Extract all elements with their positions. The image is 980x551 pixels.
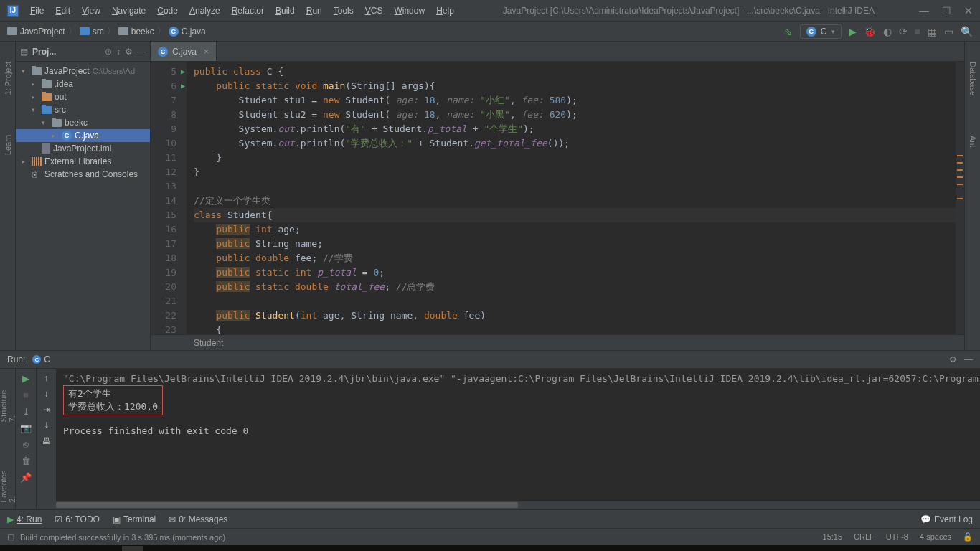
breadcrumb-item[interactable]: CC.java: [169, 27, 206, 37]
profile-button[interactable]: ⟳: [899, 26, 908, 37]
menu-file[interactable]: File: [26, 3, 48, 19]
line-separator[interactable]: CRLF: [854, 532, 875, 542]
expand-all-icon[interactable]: ↕: [116, 47, 121, 57]
down-button[interactable]: ↓: [44, 389, 49, 399]
editor-gutter[interactable]: ▶5▶67891011121314151617181920212223: [151, 62, 187, 334]
close-tab-icon[interactable]: ×: [204, 47, 209, 57]
editor-tabs: C C.java ×: [151, 42, 964, 62]
editor-content[interactable]: ▶5▶67891011121314151617181920212223 publ…: [151, 62, 964, 334]
task-intellij[interactable]: IJ: [122, 546, 143, 551]
nav-icon-2[interactable]: ▭: [944, 26, 953, 37]
cursor-position[interactable]: 15:15: [823, 532, 843, 542]
menu-refactor[interactable]: Refactor: [227, 3, 268, 19]
editor-breadcrumb[interactable]: Student: [151, 334, 964, 350]
console-command: "C:\Program Files\JetBrains\IntelliJ IDE…: [63, 373, 973, 384]
close-button[interactable]: ✕: [964, 5, 973, 17]
tool-button[interactable]: Database: [967, 56, 979, 101]
run-button[interactable]: ▶: [849, 26, 857, 37]
code-area[interactable]: public class C { public static void main…: [187, 62, 956, 334]
rerun-button[interactable]: ▶: [22, 373, 29, 384]
gear-icon[interactable]: ⚙: [949, 354, 957, 364]
menu-edit[interactable]: Edit: [51, 3, 75, 19]
tool-button[interactable]: 1: Project: [2, 56, 14, 100]
select-opened-file-icon[interactable]: ⊕: [105, 47, 112, 57]
coverage-button[interactable]: ◐: [883, 26, 892, 37]
stop-button[interactable]: ■: [23, 390, 29, 400]
minimize-button[interactable]: —: [919, 5, 929, 17]
editor-tab-label: C.java: [172, 47, 197, 57]
run-tab[interactable]: ▶4: Run: [7, 514, 42, 524]
attach-button[interactable]: ⤓: [22, 406, 30, 417]
hide-panel-icon[interactable]: —: [964, 354, 973, 364]
gear-icon[interactable]: ⚙: [125, 47, 133, 57]
nav-icon-1[interactable]: ▦: [928, 26, 937, 37]
indent-setting[interactable]: 4 spaces: [920, 532, 951, 542]
task-explorer[interactable]: 📁: [99, 546, 121, 551]
debug-button[interactable]: 🐞: [864, 26, 876, 37]
structure-tool-button[interactable]: 7: Structure: [0, 376, 18, 428]
build-icon[interactable]: ⇘: [784, 26, 793, 37]
task-item[interactable]: ◐: [145, 546, 166, 551]
dump-button[interactable]: 📷: [20, 423, 32, 433]
tree-item[interactable]: ▸CC.java: [16, 129, 150, 142]
menu-help[interactable]: Help: [432, 3, 458, 19]
tree-item[interactable]: ▸External Libraries: [16, 155, 150, 168]
project-view-icon[interactable]: ▤: [20, 47, 28, 57]
tree-item[interactable]: JavaProject.iml: [16, 142, 150, 155]
run-config-select[interactable]: C C ▾: [800, 24, 842, 39]
console-line: 有2个学生: [68, 387, 158, 400]
todo-tab[interactable]: ☑6: TODO: [55, 514, 100, 524]
stop-button[interactable]: ■: [915, 26, 920, 37]
menu-window[interactable]: Window: [390, 3, 429, 19]
menu-run[interactable]: Run: [302, 3, 326, 19]
event-log-tab[interactable]: 💬Event Log: [920, 514, 973, 524]
delete-button[interactable]: 🗑: [22, 456, 31, 466]
menu-navigate[interactable]: Navigate: [108, 3, 150, 19]
start-button[interactable]: ⊞: [3, 546, 29, 551]
console[interactable]: "C:\Program Files\JetBrains\IntelliJ IDE…: [56, 369, 980, 509]
exit-button[interactable]: ⎋: [23, 439, 29, 450]
menu-vcs[interactable]: VCS: [361, 3, 387, 19]
tree-item[interactable]: ▾src: [16, 103, 150, 116]
left-tool-stripe-bottom: 7: Structure 2: Favorites: [0, 369, 16, 509]
run-config-label: C: [821, 27, 827, 37]
maximize-button[interactable]: ☐: [942, 5, 951, 17]
tool-button[interactable]: Learn: [2, 129, 14, 161]
task-edge[interactable]: e: [76, 546, 98, 551]
app-icon: IJ: [7, 5, 19, 17]
favorites-tool-button[interactable]: 2: Favorites: [0, 456, 18, 509]
tree-item[interactable]: ▾JavaProject C:\Users\Ad: [16, 65, 150, 77]
hide-panel-icon[interactable]: —: [137, 47, 146, 57]
up-button[interactable]: ↑: [44, 373, 49, 383]
scroll-to-end-button[interactable]: ⤓: [43, 420, 50, 430]
tool-window-quick-access[interactable]: ▢: [7, 532, 14, 542]
tool-button[interactable]: Ant: [967, 130, 979, 154]
search-everywhere-button[interactable]: 🔍: [961, 26, 973, 37]
terminal-tab[interactable]: ▣Terminal: [113, 514, 156, 524]
menu-analyze[interactable]: Analyze: [185, 3, 225, 19]
menu-tools[interactable]: Tools: [329, 3, 358, 19]
breadcrumb-item[interactable]: beekc: [118, 27, 154, 37]
tree-item[interactable]: ▾beekc: [16, 116, 150, 129]
editor-tab-cjava[interactable]: C C.java ×: [151, 42, 217, 61]
menu-view[interactable]: View: [77, 3, 105, 19]
breadcrumb-item[interactable]: JavaProject: [7, 27, 65, 37]
run-config-display[interactable]: C C: [32, 354, 50, 364]
tree-item[interactable]: ⎘Scratches and Consoles: [16, 168, 150, 181]
project-tree[interactable]: ▾JavaProject C:\Users\Ad▸.idea▸out▾src▾b…: [16, 62, 150, 184]
breadcrumb-item[interactable]: src: [80, 27, 104, 37]
task-chrome[interactable]: ◉: [53, 546, 75, 551]
tree-item[interactable]: ▸out: [16, 90, 150, 103]
messages-tab[interactable]: ✉0: Messages: [169, 514, 227, 524]
scrollbar-horizontal[interactable]: [56, 501, 980, 509]
soft-wrap-button[interactable]: ⇥: [43, 405, 50, 415]
readonly-toggle[interactable]: 🔓: [963, 532, 973, 542]
file-encoding[interactable]: UTF-8: [886, 532, 908, 542]
pin-button[interactable]: 📌: [20, 472, 32, 483]
print-button[interactable]: 🖶: [42, 436, 51, 446]
error-stripe[interactable]: [956, 62, 964, 334]
task-item[interactable]: ◔: [30, 546, 52, 551]
tree-item[interactable]: ▸.idea: [16, 77, 150, 90]
menu-code[interactable]: Code: [153, 3, 182, 19]
menu-build[interactable]: Build: [271, 3, 299, 19]
